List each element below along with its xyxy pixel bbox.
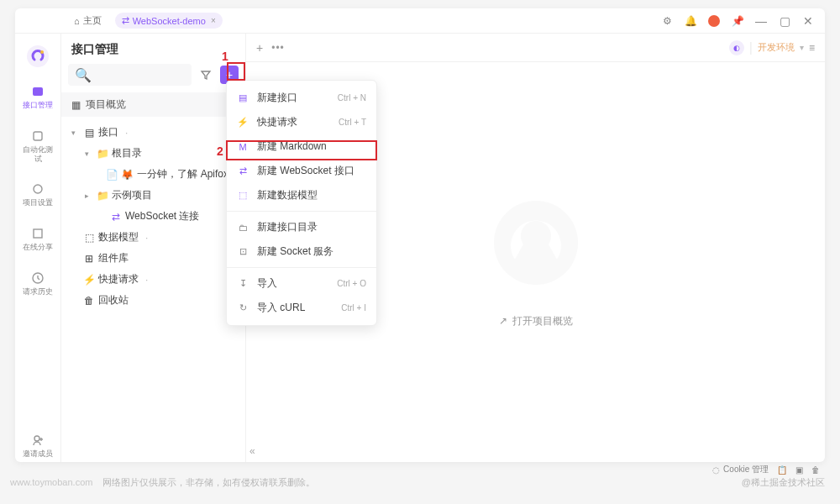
env-menu-icon[interactable]: ≡: [809, 42, 815, 54]
trash-icon[interactable]: 🗑: [811, 465, 820, 475]
tree-api-root[interactable]: ▾ ▤ 接口 ·: [61, 122, 245, 143]
svg-point-0: [708, 15, 720, 27]
add-dropdown-menu: ▤ 新建接口 Ctrl + N ⚡ 快捷请求 Ctrl + T M 新建 Mar…: [226, 80, 377, 326]
dd-new-api[interactable]: ▤ 新建接口 Ctrl + N: [227, 86, 376, 110]
tree-example-project[interactable]: ▸ 📁 示例项目: [61, 185, 245, 206]
home-icon: ⌂: [74, 16, 80, 26]
folder-icon: 📁: [97, 190, 108, 202]
tree-websocket-connection[interactable]: ⇄ WebSocket 连接: [61, 206, 245, 227]
overview-icon: ▦: [71, 99, 81, 111]
nav-share[interactable]: 在线分享: [19, 223, 56, 255]
cookie-icon: ◌: [712, 465, 720, 475]
dd-new-markdown[interactable]: M 新建 Markdown: [227, 134, 376, 159]
close-icon[interactable]: ×: [211, 16, 216, 25]
chevron-down-icon: ▾: [71, 129, 80, 137]
lightning-icon: ⚡: [83, 274, 95, 286]
tab-home[interactable]: ⌂ 主页: [67, 13, 108, 29]
env-label[interactable]: 开发环境: [758, 41, 795, 54]
cube-icon: ⬚: [83, 232, 95, 244]
svg-point-8: [34, 436, 39, 441]
api-folder-icon: ▤: [83, 127, 95, 139]
app-logo: [25, 44, 50, 69]
tree-data-model[interactable]: ⬚ 数据模型 ·: [61, 227, 245, 248]
new-tab-button[interactable]: +: [256, 41, 263, 55]
dd-new-socket-service[interactable]: ⊡ 新建 Socket 服务: [227, 239, 376, 264]
window-maximize[interactable]: ▢: [778, 14, 791, 28]
dd-quick-request[interactable]: ⚡ 快捷请求 Ctrl + T: [227, 110, 376, 134]
user-avatar-icon[interactable]: [707, 14, 721, 28]
curl-icon: ↻: [237, 302, 249, 313]
svg-point-2: [40, 50, 44, 54]
tree-intro-doc[interactable]: 📄 🦊 一分钟，了解 Apifox！: [61, 164, 245, 185]
svg-rect-6: [34, 229, 42, 238]
tab-websocket-label: WebSocket-demo: [133, 16, 206, 26]
tab-websocket-demo[interactable]: ⇄ WebSocket-demo ×: [115, 13, 223, 29]
project-overview-row[interactable]: ▦ 项目概览: [61, 92, 245, 117]
footer-watermark: www.toymoban.com 网络图片仅供展示，非存储，如有侵权请联系删除。: [10, 476, 315, 489]
window-close[interactable]: ✕: [801, 14, 815, 28]
folder-icon: 📁: [97, 148, 108, 160]
websocket-icon: ⇄: [237, 165, 249, 176]
bell-icon[interactable]: 🔔: [684, 14, 697, 28]
dd-new-data-model[interactable]: ⬚ 新建数据模型: [227, 183, 376, 207]
import-icon: ↧: [237, 278, 249, 289]
external-icon: ↗: [499, 315, 507, 327]
doc-icon: 📄: [106, 169, 118, 181]
nav-api-management[interactable]: 接口管理: [19, 81, 56, 113]
lightning-icon: ⚡: [237, 117, 249, 128]
api-doc-icon: ▤: [237, 92, 249, 103]
svg-point-5: [34, 185, 42, 193]
footer-attribution: @稀土掘金技术社区: [742, 476, 825, 489]
chevron-right-icon: ▸: [85, 192, 93, 200]
chevron-down-icon: ▾: [85, 150, 93, 158]
gear-icon[interactable]: ⚙: [660, 14, 674, 28]
dd-new-api-folder[interactable]: 🗀 新建接口目录: [227, 215, 376, 239]
settings-icon: [30, 181, 45, 197]
nav-history[interactable]: 请求历史: [19, 267, 56, 300]
terminal-icon[interactable]: ▣: [795, 465, 803, 475]
search-icon: 🔍: [75, 67, 92, 83]
dd-import-curl[interactable]: ↻ 导入 cURL Ctrl + I: [227, 296, 376, 320]
svg-point-1: [27, 45, 49, 67]
svg-rect-3: [33, 87, 43, 96]
cookie-manage-button[interactable]: ◌ Cookie 管理: [712, 464, 769, 475]
dd-new-websocket[interactable]: ⇄ 新建 WebSocket 接口: [227, 159, 376, 183]
tab-home-label: 主页: [83, 14, 102, 27]
run-icon[interactable]: ◐: [729, 40, 744, 55]
pin-icon[interactable]: 📌: [731, 14, 744, 28]
share-icon: [30, 226, 45, 241]
nav-project-settings[interactable]: 项目设置: [19, 178, 56, 211]
trash-icon: 🗑: [83, 295, 95, 307]
project-overview-label: 项目概览: [86, 97, 126, 112]
env-divider: |: [749, 40, 753, 55]
annotation-1: 1: [222, 50, 228, 63]
folder-plus-icon: 🗀: [237, 223, 249, 233]
nav-automation[interactable]: 自动化测试: [19, 125, 56, 167]
svg-rect-4: [34, 132, 42, 140]
search-input[interactable]: 🔍: [68, 64, 192, 86]
cube-icon: ⬚: [237, 190, 249, 201]
annotation-2: 2: [217, 144, 223, 158]
tree-recycle[interactable]: 🗑 回收站: [61, 290, 245, 311]
placeholder-logo: [490, 197, 582, 292]
socket-icon: ⊡: [237, 246, 249, 257]
tab-more-button[interactable]: •••: [271, 42, 285, 54]
history-icon: [30, 270, 45, 286]
collapse-sidebar-button[interactable]: «: [249, 445, 255, 457]
dd-import[interactable]: ↧ 导入 Ctrl + O: [227, 271, 376, 296]
svg-point-9: [494, 201, 578, 285]
clipboard-icon[interactable]: 📋: [777, 465, 787, 475]
open-overview-button[interactable]: ↗ 打开项目概览: [499, 314, 573, 328]
automation-icon: [30, 129, 45, 144]
chevron-down-icon[interactable]: ▾: [800, 43, 804, 52]
tree-quick-request[interactable]: ⚡ 快捷请求 ·: [61, 269, 245, 290]
markdown-icon: M: [237, 142, 249, 152]
nav-invite[interactable]: 邀请成员: [19, 429, 56, 462]
sidebar-title: 接口管理: [61, 34, 245, 64]
websocket-icon: ⇄: [110, 211, 122, 223]
filter-button[interactable]: [197, 66, 215, 84]
tree-component[interactable]: ⊞ 组件库: [61, 248, 245, 269]
component-icon: ⊞: [83, 253, 95, 265]
websocket-icon: ⇄: [122, 15, 129, 26]
window-minimize[interactable]: —: [754, 14, 768, 28]
